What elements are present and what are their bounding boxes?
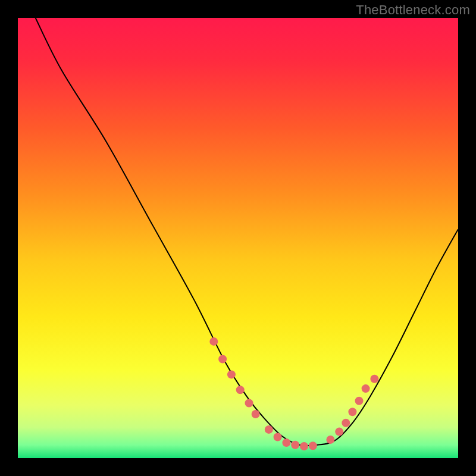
marker [265, 425, 273, 434]
marker [309, 441, 317, 450]
marker [355, 397, 364, 405]
marker [274, 433, 282, 441]
marker [300, 442, 308, 450]
marker [236, 386, 245, 394]
watermark-text: TheBottleneck.com [356, 2, 470, 18]
marker [335, 428, 343, 436]
chart-canvas [0, 0, 476, 476]
chart-frame: TheBottleneck.com [0, 0, 476, 476]
marker [209, 337, 218, 346]
marker [362, 384, 370, 393]
marker [252, 410, 260, 418]
marker [370, 375, 378, 383]
marker [348, 408, 356, 416]
marker [291, 441, 299, 449]
marker [218, 355, 227, 364]
marker [326, 436, 334, 444]
marker [342, 419, 350, 427]
marker [245, 399, 253, 408]
marker [282, 439, 290, 447]
marker [227, 370, 236, 378]
